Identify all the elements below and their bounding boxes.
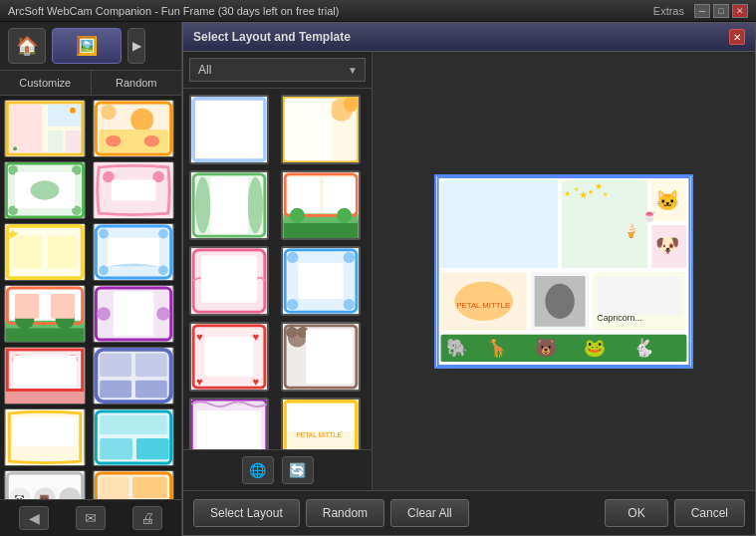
svg-text:♥: ♥ [196,331,203,343]
template-panel: All Fun Animal Nature Holiday [183,52,373,490]
svg-rect-72 [136,438,169,459]
cancel-button[interactable]: Cancel [674,499,745,527]
svg-rect-82 [100,477,128,499]
maximize-button[interactable]: □ [713,4,729,18]
svg-rect-26 [112,179,155,200]
svg-point-38 [158,266,168,276]
template-list: ♥ ♥ ♥ ♥ [183,89,372,449]
svg-rect-134 [287,403,355,431]
dialog-body: All Fun Animal Nature Holiday [183,52,755,490]
svg-text:PETAL MITTLE: PETAL MITTLE [456,301,510,310]
print-button[interactable]: 🖨 [132,506,162,530]
dialog-title: Select Layout and Template [193,30,351,44]
svg-rect-83 [132,477,167,498]
thumbnail-item[interactable] [93,285,174,343]
svg-rect-52 [114,292,154,336]
template-item[interactable] [189,95,269,164]
svg-point-22 [31,180,60,199]
svg-text:🐘: 🐘 [446,337,468,359]
home-button[interactable]: 🏠 [8,28,46,64]
email-button[interactable]: ✉ [76,506,106,530]
svg-rect-85 [191,97,266,162]
thumbnail-item[interactable] [4,347,86,404]
random-sidebar-button[interactable]: Random [92,71,182,95]
template-item[interactable] [281,95,361,164]
svg-point-7 [13,146,17,150]
svg-rect-107 [201,256,258,303]
thumbnail-item[interactable] [93,100,174,157]
svg-rect-5 [65,131,80,152]
svg-rect-4 [48,131,63,152]
svg-rect-67 [13,417,77,446]
customize-button[interactable]: Customize [0,71,92,95]
svg-rect-3 [48,105,81,127]
template-item[interactable] [281,170,361,240]
thumbnail-item[interactable] [93,470,174,499]
clear-all-button[interactable]: Clear All [390,499,469,527]
thumbnail-item[interactable] [4,285,86,343]
thumbnail-item[interactable] [4,100,86,157]
previous-button[interactable]: ◀ [19,506,49,530]
svg-rect-160 [597,275,681,314]
svg-rect-46 [15,294,39,319]
svg-text:★: ★ [603,190,608,196]
dialog-title-bar: Select Layout and Template ✕ [183,23,755,52]
svg-point-36 [158,229,168,239]
template-item[interactable] [281,246,361,316]
svg-point-103 [289,208,304,223]
svg-text:★: ★ [564,188,571,197]
sidebar-actions: Customize Random [0,71,181,96]
thumbnail-item[interactable] [93,223,174,281]
template-item[interactable]: ♥ ♥ ♥ ♥ [189,322,269,392]
svg-point-95 [248,177,263,234]
app-container: 🏠 🖼️ ▶ Customize Random [0,22,756,536]
svg-text:★: ★ [588,187,594,194]
funframe-button[interactable]: 🖼️ [52,28,122,64]
template-item[interactable] [189,398,269,449]
template-item[interactable] [281,322,361,392]
thumbnail-item[interactable] [93,161,174,219]
svg-text:🐶: 🐶 [655,233,680,257]
refresh-button[interactable]: 🔄 [282,456,314,484]
dialog-close-button[interactable]: ✕ [729,29,745,45]
thumbnail-item[interactable] [4,223,86,281]
extras-label[interactable]: Extras [653,5,684,17]
svg-rect-130 [197,410,261,449]
thumbnail-item[interactable] [93,347,174,404]
select-layout-button[interactable]: Select Layout [193,499,300,527]
svg-point-10 [101,105,116,120]
svg-text:🐻: 🐻 [535,337,557,359]
svg-point-37 [99,266,109,276]
svg-text:★: ★ [595,180,603,190]
svg-text:🐇: 🐇 [632,337,654,359]
globe-button[interactable]: 🌐 [242,456,274,484]
footer-buttons-left: Select Layout Random Clear All [193,499,469,527]
thumbnail-item[interactable]: 🐼 🐻 [4,470,86,499]
footer-buttons-right: OK Cancel [605,499,745,527]
svg-text:♥: ♥ [196,376,203,388]
template-item[interactable]: PETAL MITTLE [281,398,361,449]
random-button[interactable]: Random [306,499,384,527]
thumbnail-item[interactable] [93,408,174,466]
thumbnail-item[interactable] [4,161,86,219]
nav-arrow-button[interactable]: ▶ [127,28,145,64]
svg-text:🐸: 🐸 [584,337,606,359]
window-close-button[interactable]: ✕ [732,4,748,18]
svg-point-50 [97,307,111,321]
ok-button[interactable]: OK [605,499,667,527]
template-item[interactable] [189,246,269,316]
svg-rect-61 [100,354,131,377]
thumbnail-item[interactable]: PETAL MITTLE [4,408,86,466]
svg-point-14 [144,135,159,147]
svg-rect-39 [108,238,159,267]
svg-text:♥: ♥ [253,376,260,388]
svg-rect-63 [100,381,131,398]
template-item[interactable] [189,170,269,240]
filter-select[interactable]: All Fun Animal Nature Holiday [189,58,366,82]
svg-point-112 [287,299,298,310]
filter-select-wrapper: All Fun Animal Nature Holiday [189,58,366,82]
svg-text:★: ★ [579,188,588,199]
sidebar: 🏠 🖼️ ▶ Customize Random [0,22,182,536]
svg-point-13 [106,135,121,147]
minimize-button[interactable]: ─ [694,4,710,18]
